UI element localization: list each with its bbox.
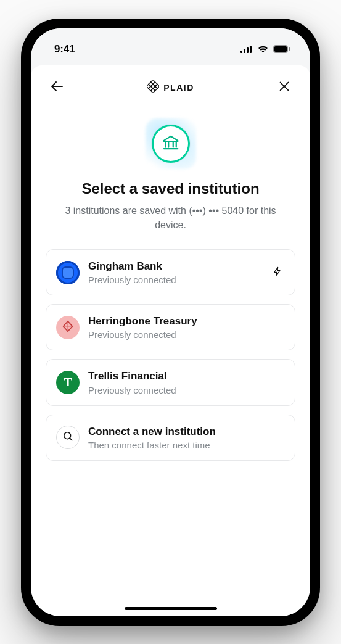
institution-name: Gingham Bank [88, 260, 261, 273]
brand: PLAID [147, 80, 194, 95]
svg-rect-6 [289, 47, 290, 51]
svg-rect-12 [153, 86, 157, 91]
institution-logo-gingham [56, 261, 80, 284]
sheet-header: PLAID [46, 69, 295, 106]
bank-icon [162, 133, 180, 154]
search-icon [62, 430, 74, 445]
hero-badge [149, 122, 192, 165]
institution-sub: Previously connected [88, 385, 285, 395]
connect-new-title: Connect a new institution [88, 425, 285, 438]
svg-rect-2 [247, 47, 249, 53]
page-title: Select a saved institution [81, 180, 259, 197]
status-icons [240, 45, 290, 53]
diamond-icon [61, 320, 75, 336]
modal-sheet: PLAID Select a [31, 65, 310, 616]
wifi-icon [257, 45, 269, 53]
institution-row-trellis[interactable]: T Trellis Financial Previously connected [46, 359, 295, 405]
fast-connect-badge [270, 265, 285, 280]
institution-sub: Previously connected [88, 329, 285, 340]
connect-new-institution[interactable]: Connect a new institution Then connect f… [46, 415, 295, 461]
home-indicator [125, 607, 217, 610]
svg-rect-11 [151, 84, 155, 88]
search-circle [56, 426, 80, 449]
svg-rect-8 [153, 81, 157, 86]
cellular-icon [240, 46, 253, 53]
institution-list: Gingham Bank Previously connected [46, 249, 295, 461]
arrow-left-icon [49, 79, 64, 96]
institution-row-gingham[interactable]: Gingham Bank Previously connected [46, 249, 295, 295]
institution-name: Herringbone Treasury [88, 315, 285, 328]
status-bar: 9:41 [31, 28, 310, 62]
svg-rect-0 [240, 51, 242, 53]
svg-rect-10 [149, 81, 153, 86]
lightning-icon [273, 265, 282, 280]
svg-rect-5 [274, 46, 287, 52]
trellis-glyph: T [64, 376, 72, 389]
close-button[interactable] [273, 76, 295, 99]
svg-rect-15 [151, 88, 155, 92]
status-time: 9:41 [54, 43, 75, 56]
close-icon [277, 80, 291, 96]
svg-rect-14 [149, 86, 153, 91]
plaid-logo-icon [147, 80, 159, 95]
svg-rect-3 [250, 46, 252, 53]
institution-row-herringbone[interactable]: Herringbone Treasury Previously connecte… [46, 304, 295, 350]
page-subtitle: 3 institutions are saved with (•••) ••• … [46, 204, 295, 232]
hero: Select a saved institution 3 institution… [46, 122, 295, 232]
institution-name: Trellis Financial [88, 369, 285, 382]
screen: 9:41 [31, 28, 310, 616]
svg-rect-1 [244, 49, 245, 53]
brand-name: PLAID [163, 83, 194, 93]
battery-icon [273, 45, 290, 53]
institution-logo-trellis: T [56, 371, 80, 394]
connect-new-sub: Then connect faster next time [88, 440, 285, 450]
institution-sub: Previously connected [88, 275, 261, 285]
device-frame: 9:41 [21, 19, 320, 626]
back-button[interactable] [46, 76, 68, 99]
institution-logo-herringbone [56, 316, 80, 339]
